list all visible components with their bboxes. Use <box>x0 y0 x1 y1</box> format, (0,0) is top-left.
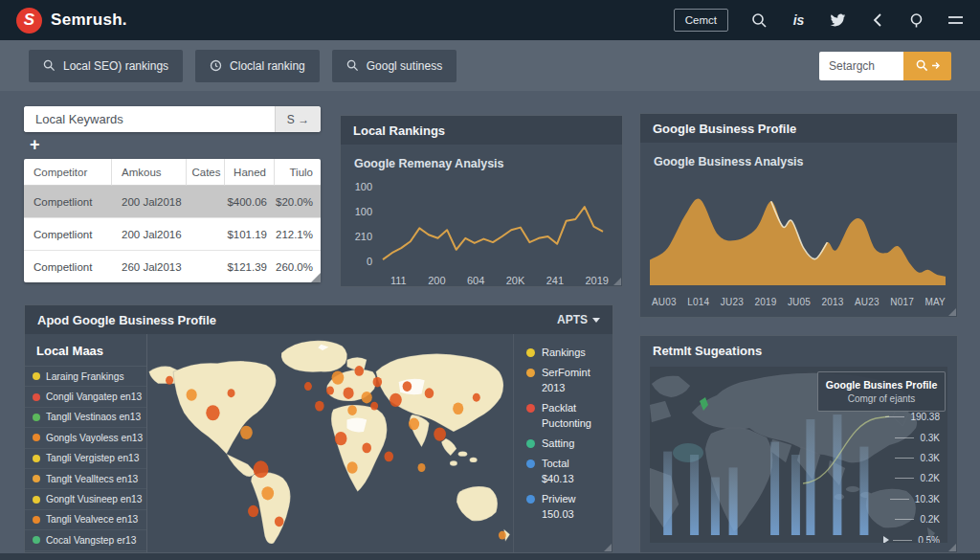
map-list-item[interactable]: Gonglt Vusineep en13 <box>25 489 146 509</box>
map-list-item[interactable]: Cocal Vangstep er13 <box>25 530 146 550</box>
panel-resize-corner[interactable] <box>948 308 956 316</box>
value-axis: 190.380.3K0.3K0.2K10.3K0.2K0.5% <box>883 407 940 543</box>
table-header-cell: Competitor <box>24 159 112 186</box>
map-marker <box>390 393 402 407</box>
legend-label: Toctal <box>542 458 569 469</box>
map-bar <box>806 419 814 535</box>
toolbar-tab[interactable]: Cloclal ranking <box>195 50 320 82</box>
map-marker <box>354 366 364 376</box>
add-keyword-button[interactable]: + <box>30 135 40 155</box>
map-marker <box>347 461 358 474</box>
map-marker <box>499 531 506 540</box>
panel-title: Apod Google Business Profile <box>37 313 216 327</box>
x-tick: JU23 <box>721 297 744 307</box>
table-cell: Competliont <box>24 186 112 217</box>
map-list-item[interactable]: Gongls Vayoless en13 <box>25 428 146 448</box>
x-tick: AU03 <box>652 297 677 307</box>
table-cell: $101.19 <box>225 218 275 250</box>
map-marker <box>332 370 345 384</box>
map-list-item[interactable]: Tangli Vergistep en13 <box>25 449 146 469</box>
tick-line <box>893 540 912 541</box>
toolbar-tab[interactable]: Googl sutiness <box>332 50 457 82</box>
back-arrow-icon[interactable] <box>869 12 885 29</box>
keywords-submit-button[interactable]: S → <box>275 106 321 132</box>
x-tick: AU23 <box>855 297 880 307</box>
map-list-item[interactable]: Tangli Vealvece en13 <box>25 510 146 530</box>
table-resize-corner[interactable] <box>311 273 321 282</box>
axis-label: 0.3K <box>920 433 940 443</box>
profile-icon[interactable]: is <box>791 12 807 29</box>
map-bar <box>770 442 779 535</box>
y-tick: 100 <box>355 181 372 192</box>
search-input[interactable] <box>819 52 903 80</box>
axis-label: 0.2K <box>920 514 940 525</box>
map-marker <box>248 505 258 518</box>
search-icon[interactable] <box>751 12 768 29</box>
status-dot <box>33 393 40 401</box>
location-pin-icon[interactable] <box>908 12 924 29</box>
map-marker <box>240 426 253 439</box>
map-marker <box>425 388 434 398</box>
panel-resize-corner[interactable] <box>948 544 956 551</box>
map-list-item[interactable]: Congli Vangatep en13 <box>25 387 146 407</box>
status-dot <box>33 372 40 380</box>
list-item-label: Gonglt Vusineep en13 <box>46 494 142 504</box>
map-list-item[interactable]: Laraing Frankings <box>25 367 146 387</box>
status-dot <box>33 496 40 504</box>
gbp-area-chart <box>640 172 957 295</box>
toolbar-tab[interactable]: Local SEO) rankings <box>29 50 183 82</box>
tooltip-title: Google Busines Profile <box>820 379 943 391</box>
local-keywords-input[interactable] <box>24 106 275 132</box>
table-cell: 200 Jal2016 <box>112 218 187 250</box>
map-marker <box>344 387 354 399</box>
apts-dropdown[interactable]: APTS <box>557 313 600 326</box>
axis-label-row: 190.38 <box>883 407 940 427</box>
menu-icon[interactable] <box>947 12 964 29</box>
map-bar <box>663 452 672 535</box>
status-dot <box>33 536 40 544</box>
map-greenland <box>652 376 690 397</box>
table-cell: 260 Jal2013 <box>112 251 187 282</box>
x-tick: N017 <box>890 297 914 307</box>
map-bar <box>859 447 868 535</box>
table-row[interactable]: Competliont260 Jal2013$121.39260.0% <box>24 251 321 282</box>
map-list-item[interactable]: Tangll Vestinaos en13 <box>25 408 146 428</box>
map-bar <box>711 478 720 536</box>
search-submit-button[interactable] <box>903 52 951 80</box>
map-central-america <box>227 454 256 477</box>
table-row[interactable]: Competliont200 Jal2018$400.06$20.0% <box>24 186 321 218</box>
map-bar <box>833 414 841 535</box>
table-header-row: CompetitorAmkousCatesHanedTiulo <box>24 159 321 186</box>
legend-value: 150.03 <box>542 508 612 520</box>
legend-label: Satting <box>542 437 574 449</box>
semrush-logo[interactable]: S <box>16 8 42 34</box>
x-tick: L014 <box>687 297 709 307</box>
map-marker <box>453 403 463 415</box>
map-marker <box>403 381 412 392</box>
tooltip-subtitle: Comgr of ejants <box>820 393 943 404</box>
local-rankings-panel: Local Rankings Google Remenay Analysis 1… <box>340 115 623 287</box>
legend-item: Priview150.03 <box>526 493 612 520</box>
axis-label: 0.2K <box>920 473 940 483</box>
connect-button[interactable]: Cemct <box>674 9 728 32</box>
table-row[interactable]: Competliont200 Jal2016$101.19212.1% <box>24 218 321 251</box>
legend-dot <box>526 348 535 357</box>
panel-resize-corner[interactable] <box>604 544 612 551</box>
legend-value: $40.13 <box>542 473 612 484</box>
status-dot <box>33 475 40 482</box>
x-tick: 111 <box>390 275 407 286</box>
panel-resize-corner[interactable] <box>613 278 621 285</box>
map-marker <box>187 389 197 401</box>
legend-item: SerFomint2013 <box>526 367 612 393</box>
map-marker <box>315 401 324 412</box>
map-list-item[interactable]: Tanglt Vealltecs en13 <box>25 469 146 489</box>
twitter-icon[interactable] <box>830 12 846 29</box>
map-legend: RankingsSerFomint2013PacklatPuctontingSa… <box>513 334 612 552</box>
suggestions-map: Google Busines Profile Comgr of ejants 1… <box>650 367 947 543</box>
list-item-label: Laraing Frankings <box>46 371 124 382</box>
legend-item: Rankings <box>526 347 612 358</box>
axis-label: 190.38 <box>910 412 940 422</box>
list-item-label: Tangli Vealvece en13 <box>46 514 138 525</box>
legend-label: SerFomint <box>542 367 590 378</box>
map-island-1 <box>458 451 468 456</box>
